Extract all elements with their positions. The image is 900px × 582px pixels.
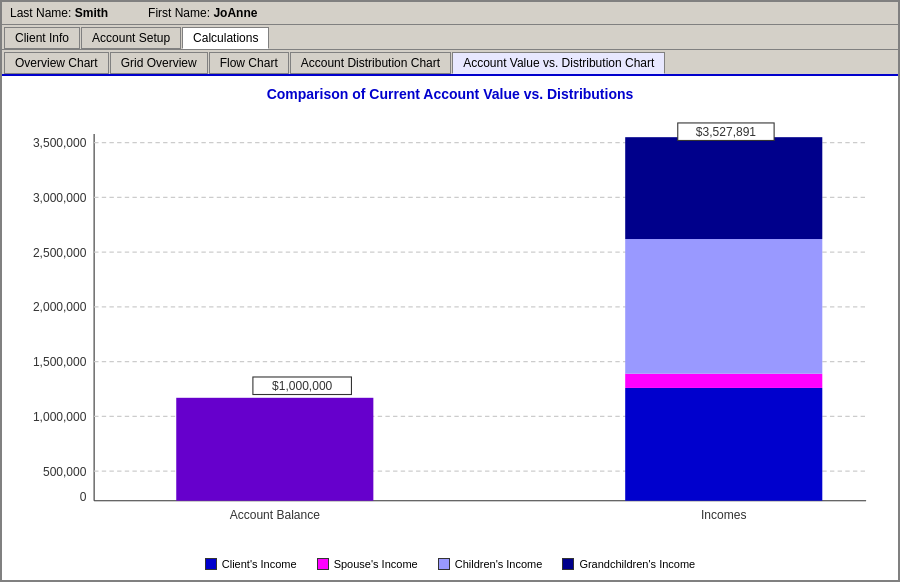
legend-item-spouses-income: Spouse's Income — [317, 558, 418, 570]
first-name-label: First Name: — [148, 6, 210, 20]
x-label-account-balance: Account Balance — [230, 508, 321, 522]
legend-swatch-clients-income — [205, 558, 217, 570]
tab-account-value-distribution-chart[interactable]: Account Value vs. Distribution Chart — [452, 52, 665, 74]
bar-spouses-income — [625, 374, 822, 388]
tab-overview-chart[interactable]: Overview Chart — [4, 52, 109, 74]
bar-childrens-income — [625, 239, 822, 374]
name-bar: Last Name: Smith First Name: JoAnne — [2, 2, 898, 25]
tab-client-info[interactable]: Client Info — [4, 27, 80, 49]
bar-grandchildrens-income — [625, 137, 822, 239]
y-label-500000: 500,000 — [43, 465, 87, 479]
legend: Client's Income Spouse's Income Children… — [12, 552, 888, 570]
last-name-label: Last Name: — [10, 6, 71, 20]
legend-label-spouses-income: Spouse's Income — [334, 558, 418, 570]
bar-clients-income — [625, 388, 822, 501]
main-window: Last Name: Smith First Name: JoAnne Clie… — [0, 0, 900, 582]
chart-title: Comparison of Current Account Value vs. … — [12, 86, 888, 102]
legend-swatch-spouses-income — [317, 558, 329, 570]
tab-grid-overview[interactable]: Grid Overview — [110, 52, 208, 74]
chart-container: 3,500,000 3,000,000 2,500,000 2,000,000 … — [12, 110, 888, 552]
legend-label-clients-income: Client's Income — [222, 558, 297, 570]
tab-account-distribution-chart[interactable]: Account Distribution Chart — [290, 52, 451, 74]
first-name-value: JoAnne — [213, 6, 257, 20]
first-name-field: First Name: JoAnne — [148, 6, 257, 20]
y-label-3000000: 3,000,000 — [33, 191, 87, 205]
main-content: Comparison of Current Account Value vs. … — [2, 76, 898, 580]
y-label-0: 0 — [80, 490, 87, 504]
legend-swatch-childrens-income — [438, 558, 450, 570]
y-label-2000000: 2,000,000 — [33, 300, 87, 314]
last-name-field: Last Name: Smith — [10, 6, 108, 20]
last-name-value: Smith — [75, 6, 108, 20]
tabs-row1: Client Info Account Setup Calculations — [2, 25, 898, 50]
y-label-2500000: 2,500,000 — [33, 246, 87, 260]
legend-label-grandchildrens-income: Grandchildren's Income — [579, 558, 695, 570]
legend-item-grandchildrens-income: Grandchildren's Income — [562, 558, 695, 570]
tooltip-incomes-text: $3,527,891 — [696, 125, 757, 139]
legend-label-childrens-income: Children's Income — [455, 558, 543, 570]
x-label-incomes: Incomes — [701, 508, 746, 522]
tab-flow-chart[interactable]: Flow Chart — [209, 52, 289, 74]
y-label-1000000: 1,000,000 — [33, 410, 87, 424]
legend-swatch-grandchildrens-income — [562, 558, 574, 570]
tab-account-setup[interactable]: Account Setup — [81, 27, 181, 49]
y-label-1500000: 1,500,000 — [33, 355, 87, 369]
tab-calculations[interactable]: Calculations — [182, 27, 269, 49]
tabs-row2: Overview Chart Grid Overview Flow Chart … — [2, 50, 898, 76]
y-label-3500000: 3,500,000 — [33, 136, 87, 150]
legend-item-clients-income: Client's Income — [205, 558, 297, 570]
tooltip-account-balance-text: $1,000,000 — [272, 379, 333, 393]
chart-svg: 3,500,000 3,000,000 2,500,000 2,000,000 … — [12, 110, 888, 552]
legend-item-childrens-income: Children's Income — [438, 558, 543, 570]
bar-account-balance — [176, 398, 373, 501]
